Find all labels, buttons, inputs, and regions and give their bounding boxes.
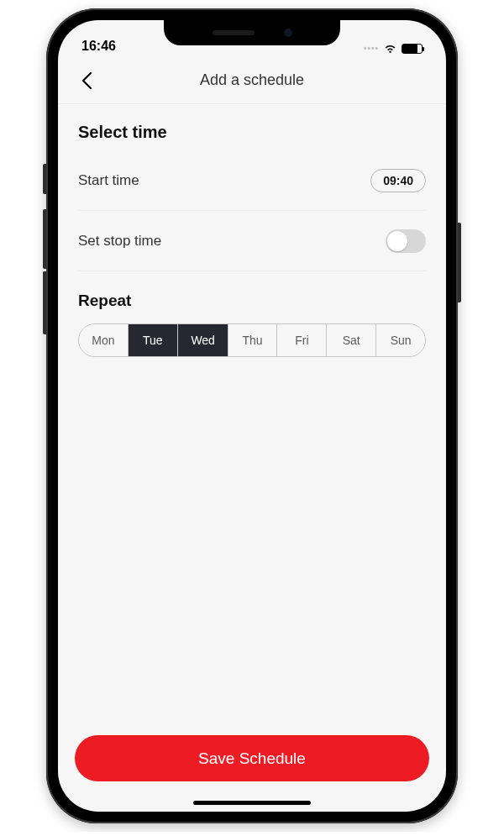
repeat-day-sun[interactable]: Sun xyxy=(376,324,425,356)
start-time-value[interactable]: 09:40 xyxy=(370,169,426,192)
repeat-segmented: MonTueWedThuFriSatSun xyxy=(78,323,426,357)
section-repeat: Repeat xyxy=(78,292,426,310)
screen: 16:46 •••• Add a schedule Select time xyxy=(58,20,446,812)
status-time: 16:46 xyxy=(81,39,116,54)
repeat-day-wed[interactable]: Wed xyxy=(178,324,228,356)
home-indicator[interactable] xyxy=(193,801,311,805)
content: Select time Start time 09:40 Set stop ti… xyxy=(58,104,446,735)
stop-time-toggle[interactable] xyxy=(386,229,426,253)
page-title: Add a schedule xyxy=(200,71,304,89)
toggle-knob xyxy=(387,231,407,251)
battery-icon xyxy=(402,44,423,54)
notch xyxy=(164,20,340,45)
repeat-day-sat[interactable]: Sat xyxy=(327,324,376,356)
save-schedule-button[interactable]: Save Schedule xyxy=(75,735,429,781)
start-time-label: Start time xyxy=(78,172,139,189)
chevron-left-icon xyxy=(81,71,92,90)
wifi-icon xyxy=(383,43,397,54)
row-stop-time: Set stop time xyxy=(78,211,426,271)
signal-dots-icon: •••• xyxy=(364,44,379,53)
repeat-day-thu[interactable]: Thu xyxy=(228,324,278,356)
repeat-day-mon[interactable]: Mon xyxy=(79,324,129,356)
back-button[interactable] xyxy=(75,69,98,92)
stop-time-label: Set stop time xyxy=(78,233,161,250)
nav-bar: Add a schedule xyxy=(58,57,446,104)
row-start-time[interactable]: Start time 09:40 xyxy=(78,150,426,211)
repeat-day-tue[interactable]: Tue xyxy=(129,324,178,356)
section-select-time: Select time xyxy=(78,123,426,142)
phone-frame: 16:46 •••• Add a schedule Select time xyxy=(46,8,458,823)
repeat-day-fri[interactable]: Fri xyxy=(277,324,327,356)
